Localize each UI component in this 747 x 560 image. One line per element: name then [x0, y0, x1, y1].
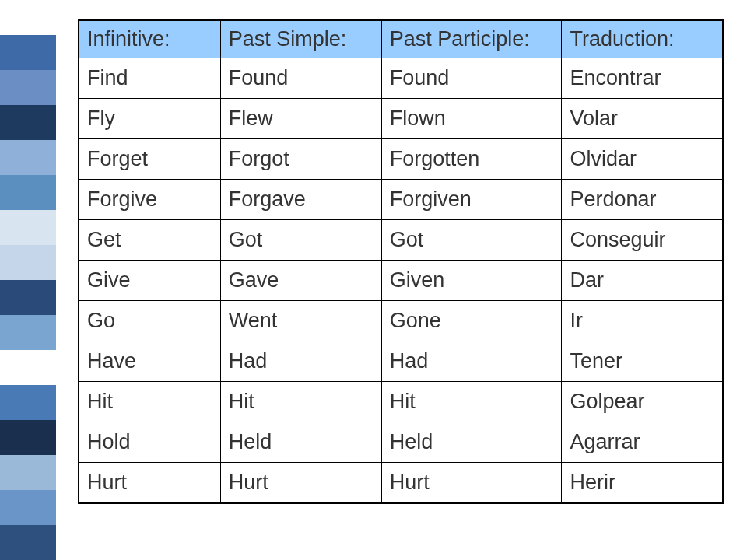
cell-traduction: Volar — [562, 99, 723, 139]
cell-infinitive: Hit — [79, 382, 220, 422]
sidebar-stripe — [0, 315, 56, 350]
cell-traduction: Dar — [562, 261, 723, 301]
header-past-simple: Past Simple: — [220, 20, 381, 58]
cell-past-participle: Hit — [381, 382, 562, 422]
sidebar-stripe — [0, 525, 56, 560]
cell-infinitive: Go — [79, 301, 220, 341]
cell-traduction: Encontrar — [562, 58, 723, 99]
cell-past-participle: Had — [381, 341, 562, 382]
table-row: HurtHurtHurtHerir — [79, 463, 723, 504]
cell-traduction: Perdonar — [562, 180, 723, 220]
cell-past-participle: Given — [381, 261, 562, 301]
cell-traduction: Golpear — [562, 382, 723, 422]
cell-infinitive: Find — [79, 58, 220, 99]
cell-traduction: Herir — [562, 463, 723, 504]
cell-past-participle: Gone — [381, 301, 562, 341]
cell-past-simple: Went — [220, 301, 381, 341]
sidebar-stripe — [0, 35, 56, 70]
sidebar-stripe — [0, 455, 56, 490]
sidebar-stripe — [0, 140, 56, 175]
cell-traduction: Agarrar — [562, 422, 723, 463]
cell-past-simple: Gave — [220, 261, 381, 301]
table-row: GoWentGoneIr — [79, 301, 723, 341]
sidebar-stripe — [0, 175, 56, 210]
sidebar-stripe — [0, 385, 56, 420]
cell-past-simple: Had — [220, 341, 381, 382]
cell-past-simple: Hit — [220, 382, 381, 422]
sidebar-stripe — [0, 490, 56, 525]
cell-traduction: Tener — [562, 341, 723, 382]
cell-infinitive: Hold — [79, 422, 220, 463]
sidebar-stripe — [0, 350, 56, 385]
cell-infinitive: Forgive — [79, 180, 220, 220]
cell-past-simple: Forgave — [220, 180, 381, 220]
cell-infinitive: Hurt — [79, 463, 220, 504]
cell-past-simple: Found — [220, 58, 381, 99]
table-row: HitHitHitGolpear — [79, 382, 723, 422]
table-row: GiveGaveGivenDar — [79, 261, 723, 301]
cell-past-simple: Held — [220, 422, 381, 463]
sidebar-stripe — [0, 280, 56, 315]
table-body: FindFoundFoundEncontrarFlyFlewFlownVolar… — [79, 58, 723, 504]
table-row: FlyFlewFlownVolar — [79, 99, 723, 139]
cell-past-participle: Found — [381, 58, 562, 99]
cell-traduction: Ir — [562, 301, 723, 341]
header-past-participle: Past Participle: — [381, 20, 562, 58]
cell-traduction: Conseguir — [562, 220, 723, 261]
cell-past-participle: Forgiven — [381, 180, 562, 220]
sidebar-stripe — [0, 210, 56, 245]
cell-infinitive: Fly — [79, 99, 220, 139]
main-content: Infinitive: Past Simple: Past Participle… — [56, 0, 747, 560]
cell-past-simple: Hurt — [220, 463, 381, 504]
sidebar-stripe — [0, 70, 56, 105]
cell-past-participle: Forgotten — [381, 139, 562, 180]
table-row: ForgiveForgaveForgivenPerdonar — [79, 180, 723, 220]
cell-infinitive: Give — [79, 261, 220, 301]
cell-past-simple: Forgot — [220, 139, 381, 180]
sidebar-stripe — [0, 105, 56, 140]
sidebar-stripe — [0, 420, 56, 455]
cell-traduction: Olvidar — [562, 139, 723, 180]
cell-infinitive: Get — [79, 220, 220, 261]
table-row: GetGotGotConseguir — [79, 220, 723, 261]
table-row: HaveHadHadTener — [79, 341, 723, 382]
cell-past-participle: Hurt — [381, 463, 562, 504]
table-row: FindFoundFoundEncontrar — [79, 58, 723, 99]
decorative-sidebar — [0, 0, 56, 560]
cell-past-participle: Held — [381, 422, 562, 463]
cell-past-simple: Got — [220, 220, 381, 261]
sidebar-stripe — [0, 245, 56, 280]
table-row: ForgetForgotForgottenOlvidar — [79, 139, 723, 180]
table-row: HoldHeldHeldAgarrar — [79, 422, 723, 463]
header-infinitive: Infinitive: — [79, 20, 220, 58]
cell-past-simple: Flew — [220, 99, 381, 139]
header-traduction: Traduction: — [562, 20, 723, 58]
cell-past-participle: Got — [381, 220, 562, 261]
irregular-verbs-table: Infinitive: Past Simple: Past Participle… — [78, 19, 724, 504]
cell-infinitive: Have — [79, 341, 220, 382]
cell-past-participle: Flown — [381, 99, 562, 139]
table-header-row: Infinitive: Past Simple: Past Participle… — [79, 20, 723, 58]
cell-infinitive: Forget — [79, 139, 220, 180]
sidebar-stripe — [0, 0, 56, 35]
